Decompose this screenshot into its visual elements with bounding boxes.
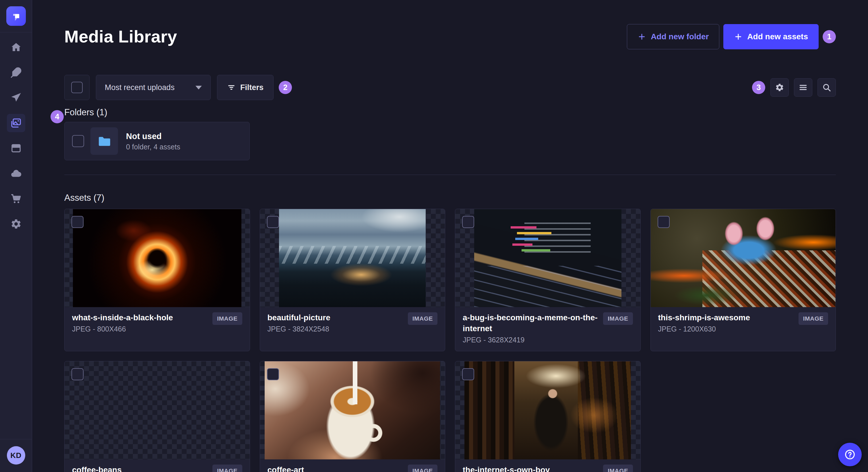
asset-card-footer: coffee-art JPEG - 5824X3259 IMAGE [260, 460, 445, 472]
select-all-checkbox[interactable] [71, 82, 83, 93]
folder-info: Not used 0 folder, 4 assets [126, 131, 180, 151]
asset-thumbnail [455, 361, 640, 460]
sidebar-item-media-library[interactable] [7, 114, 25, 132]
asset-name: beautiful-picture [268, 312, 403, 323]
asset-thumbnail [65, 209, 250, 307]
asset-type-badge: IMAGE [799, 312, 828, 325]
assets-section: Assets (7) what-s-inside-a-black-hole JP… [64, 192, 836, 472]
assets-toolbar: Most recent uploads Filters 2 3 [64, 75, 836, 100]
asset-name: coffee-art [268, 465, 403, 472]
plus-icon [734, 32, 743, 41]
asset-card-footer: coffee-beans JPEG - 5021X3347 IMAGE [65, 460, 250, 472]
sidebar-item-settings[interactable] [7, 215, 25, 233]
asset-card-footer: this-shrimp-is-awesome JPEG - 1200X630 I… [651, 307, 836, 351]
configure-view-button[interactable] [770, 78, 789, 97]
asset-card[interactable]: the-internet-s-own-boy JPEG - 1200X707 I… [455, 361, 641, 472]
help-button[interactable] [838, 443, 862, 466]
media-library-page: Media Library Add new folder Add new ass… [32, 0, 868, 472]
asset-card-footer: a-bug-is-becoming-a-meme-on-the-internet… [455, 307, 640, 351]
folder-icon [97, 134, 112, 148]
asset-thumbnail [260, 361, 445, 460]
list-icon [799, 83, 808, 92]
assets-heading: Assets (7) [64, 192, 836, 204]
strapi-logo[interactable] [6, 6, 26, 26]
filters-button[interactable]: Filters [217, 75, 274, 100]
asset-name: what-s-inside-a-black-hole [72, 312, 207, 323]
folder-icon-tile [90, 127, 118, 155]
asset-checkbox[interactable] [267, 368, 279, 380]
home-icon [10, 42, 22, 53]
asset-card[interactable]: what-s-inside-a-black-hole JPEG - 800X46… [64, 209, 250, 351]
asset-checkbox[interactable] [267, 216, 279, 228]
view-options: 3 [752, 78, 836, 97]
asset-type-badge: IMAGE [212, 312, 242, 325]
tour-step-badge-2: 2 [279, 81, 292, 94]
folder-name: Not used [126, 131, 180, 142]
question-mark-icon [844, 448, 856, 461]
asset-card-footer: beautiful-picture JPEG - 3824X2548 IMAGE [260, 307, 445, 351]
add-new-assets-button[interactable]: Add new assets [723, 24, 818, 49]
send-icon [10, 92, 22, 103]
sidebar-footer: KD [0, 439, 32, 472]
filter-icon [227, 83, 236, 92]
gear-icon [10, 218, 22, 230]
chevron-down-icon [195, 86, 202, 90]
asset-thumbnail [65, 361, 250, 460]
header-actions: Add new folder Add new assets 1 [627, 24, 836, 49]
sidebar-item-content-manager[interactable] [7, 139, 25, 158]
select-all-checkbox-button[interactable] [64, 75, 90, 100]
folder-meta: 0 folder, 4 assets [126, 142, 180, 151]
asset-meta: JPEG - 1200X630 [658, 324, 794, 334]
folder-card[interactable]: Not used 0 folder, 4 assets [64, 122, 250, 160]
media-library-icon [10, 117, 22, 129]
sidebar-item-home[interactable] [7, 38, 25, 57]
asset-checkbox[interactable] [462, 368, 474, 380]
sort-dropdown[interactable]: Most recent uploads [96, 75, 211, 100]
sidebar-footer-divider [0, 439, 32, 439]
add-new-folder-label: Add new folder [651, 32, 709, 41]
mantis-shrimp-image [651, 209, 836, 307]
asset-checkbox[interactable] [71, 216, 84, 228]
user-avatar[interactable]: KD [7, 446, 25, 465]
asset-card[interactable]: coffee-beans JPEG - 5021X3347 IMAGE [64, 361, 250, 472]
sidebar-item-deploy[interactable] [7, 164, 25, 183]
tour-step-badge-1: 1 [823, 30, 836, 43]
asset-checkbox[interactable] [658, 216, 670, 228]
black-hole-image [73, 209, 241, 307]
gear-icon [775, 83, 784, 92]
search-button[interactable] [817, 78, 836, 97]
asset-type-badge: IMAGE [603, 465, 632, 472]
assets-grid: what-s-inside-a-black-hole JPEG - 800X46… [64, 209, 836, 472]
sidebar-item-content[interactable] [7, 63, 25, 82]
add-new-folder-button[interactable]: Add new folder [627, 24, 719, 49]
asset-card[interactable]: beautiful-picture JPEG - 3824X2548 IMAGE [260, 209, 445, 351]
asset-name: the-internet-s-own-boy [463, 465, 598, 472]
sidebar-item-releases[interactable] [7, 89, 25, 107]
asset-card[interactable]: this-shrimp-is-awesome JPEG - 1200X630 I… [650, 209, 836, 351]
mountain-landscape-image [279, 209, 426, 307]
asset-checkbox[interactable] [71, 368, 84, 380]
folders-heading: Folders (1) [64, 107, 836, 118]
asset-card[interactable]: coffee-art JPEG - 5824X3259 IMAGE [260, 361, 445, 472]
asset-card[interactable]: a-bug-is-becoming-a-meme-on-the-internet… [455, 209, 641, 351]
asset-card-footer: the-internet-s-own-boy JPEG - 1200X707 I… [455, 460, 640, 472]
folder-checkbox[interactable] [72, 135, 84, 147]
asset-type-badge: IMAGE [212, 465, 242, 472]
tour-step-badge-3: 3 [752, 81, 765, 94]
library-portrait-image [464, 361, 631, 460]
laptop-code-image [474, 209, 621, 307]
folders-section: Folders (1) Not used 0 folder, 4 assets [64, 107, 836, 160]
asset-thumbnail [260, 209, 445, 307]
cart-icon [10, 193, 22, 204]
sidebar-item-marketplace[interactable] [7, 190, 25, 208]
asset-type-badge: IMAGE [603, 312, 632, 325]
asset-thumbnail [651, 209, 836, 307]
add-new-assets-label: Add new assets [747, 32, 808, 41]
sidebar: KD [0, 0, 32, 472]
search-icon [822, 83, 831, 92]
asset-checkbox[interactable] [462, 216, 474, 228]
sidebar-divider [0, 32, 32, 32]
list-view-button[interactable] [794, 78, 812, 97]
tour-step-badge-4: 4 [51, 110, 64, 123]
feather-icon [10, 67, 22, 78]
